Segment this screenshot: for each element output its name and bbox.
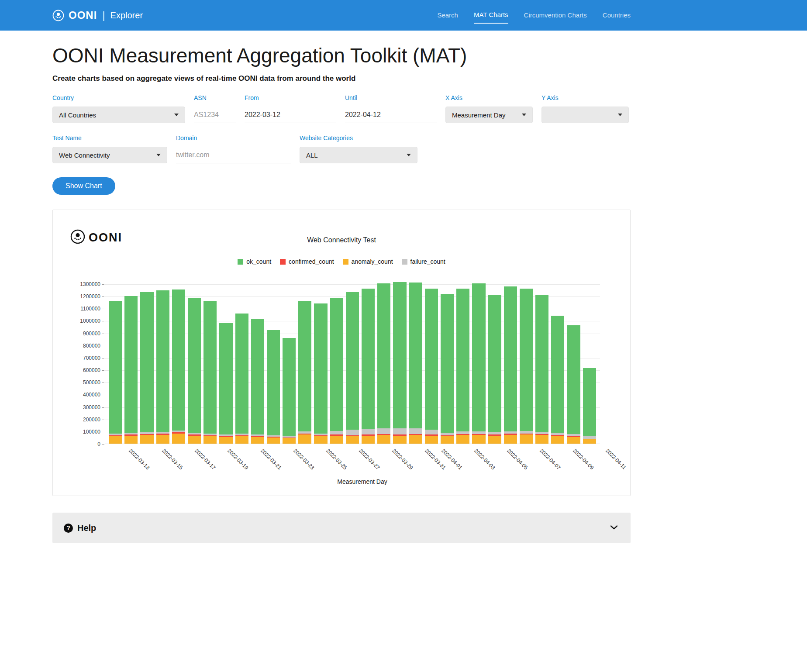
bar-2022-04-01[interactable] [425, 289, 438, 444]
until-date-input[interactable] [345, 107, 437, 123]
bar-2022-03-29[interactable] [377, 283, 390, 444]
bar-2022-03-16[interactable] [172, 289, 185, 444]
bar-2022-04-08[interactable] [535, 295, 548, 444]
x-axis-select[interactable]: Measurement Day [445, 107, 533, 123]
bar-segment-anomaly_count [441, 436, 454, 444]
x-tick-cell: 2022-04-07 [536, 444, 550, 478]
navbar: OONI | Explorer Search MAT Charts Circum… [0, 0, 807, 31]
bar-2022-04-02[interactable] [441, 294, 454, 444]
test-name-field: Test Name Web Connectivity [52, 134, 167, 163]
bar-2022-04-07[interactable] [520, 289, 533, 444]
nav-link-search[interactable]: Search [437, 8, 458, 23]
ooni-logo-icon [70, 229, 85, 246]
x-tick-cell [141, 444, 155, 478]
website-categories-select[interactable]: ALL [300, 147, 417, 163]
y-tick-label: 700000 [83, 355, 100, 361]
y-tick-label: 0 [97, 441, 100, 447]
help-bar[interactable]: ? Help [52, 513, 631, 543]
x-tick-cell: 2022-04-03 [470, 444, 484, 478]
bar-2022-03-18[interactable] [203, 301, 217, 444]
y-tick-label: 300000 [83, 404, 100, 410]
bar-2022-03-15[interactable] [156, 290, 169, 444]
y-axis-select[interactable] [541, 107, 629, 123]
bar-2022-03-27[interactable] [346, 292, 359, 444]
x-tick-cell: 2022-03-23 [290, 444, 303, 478]
nav-link-countries[interactable]: Countries [603, 8, 631, 23]
x-tick-cell: 2022-03-29 [388, 444, 402, 478]
x-tick-cell: 2022-04-11 [602, 444, 616, 478]
x-tick-cell [175, 444, 189, 478]
asn-input[interactable] [194, 107, 236, 123]
y-tick-label: 600000 [83, 367, 100, 373]
bar-2022-03-14[interactable] [140, 292, 153, 444]
x-tick-cell: 2022-03-15 [158, 444, 172, 478]
legend-item-ok_count: ok_count [238, 258, 271, 265]
bar-segment-ok_count [251, 319, 264, 434]
bar-2022-04-11[interactable] [583, 368, 596, 444]
bar-segment-ok_count [314, 303, 327, 434]
bar-segment-anomaly_count [409, 435, 422, 444]
bar-2022-04-10[interactable] [567, 325, 580, 444]
y-tick-label: 100000 [83, 429, 100, 435]
nav-link-circumvention-charts[interactable]: Circumvention Charts [524, 8, 587, 23]
bar-2022-04-06[interactable] [504, 286, 517, 444]
x-tick-cell: 2022-03-31 [421, 444, 435, 478]
brand-divider: | [102, 9, 105, 21]
bar-segment-ok_count [535, 295, 548, 432]
x-tick-cell [586, 444, 600, 478]
bar-segment-failure_count [330, 431, 343, 434]
x-tick-cell [306, 444, 320, 478]
bar-segment-ok_count [188, 298, 201, 433]
test-name-select-value: Web Connectivity [59, 152, 110, 159]
legend-item-confirmed_count: confirmed_count [280, 258, 334, 265]
bar-segment-failure_count [393, 428, 406, 434]
x-tick-cell [487, 444, 501, 478]
from-field: From [245, 94, 336, 123]
bar-segment-failure_count [425, 430, 438, 434]
domain-input[interactable] [176, 147, 291, 163]
country-select[interactable]: All Countries [52, 107, 185, 123]
bar-2022-04-05[interactable] [488, 295, 501, 444]
country-field: Country All Countries [52, 94, 185, 123]
bar-2022-03-25[interactable] [314, 303, 327, 444]
from-date-input[interactable] [245, 107, 336, 123]
bar-2022-04-03[interactable] [456, 289, 469, 444]
country-select-value: All Countries [59, 111, 96, 119]
bar-2022-03-24[interactable] [298, 301, 311, 444]
nav-link-mat-charts[interactable]: MAT Charts [474, 7, 508, 24]
bar-2022-03-12[interactable] [109, 301, 122, 444]
chevron-down-icon [618, 114, 622, 116]
bar-2022-03-22[interactable] [267, 330, 280, 444]
bar-2022-03-13[interactable] [124, 296, 138, 444]
bar-2022-03-17[interactable] [188, 298, 201, 444]
x-tick-cell: 2022-03-25 [322, 444, 336, 478]
chart-x-axis-title: Measurement Day [105, 478, 620, 489]
bar-2022-03-30[interactable] [393, 282, 406, 444]
bar-2022-03-23[interactable] [283, 338, 296, 444]
bar-2022-03-26[interactable] [330, 298, 343, 444]
bar-2022-03-28[interactable] [362, 289, 375, 444]
bar-2022-03-19[interactable] [219, 323, 232, 444]
chart-title: Web Connectivity Test [63, 219, 620, 244]
bar-segment-ok_count [377, 283, 390, 428]
bar-2022-03-31[interactable] [409, 283, 422, 444]
bar-2022-03-21[interactable] [251, 319, 264, 444]
x-tick-cell [240, 444, 254, 478]
test-name-select[interactable]: Web Connectivity [52, 147, 167, 163]
x-tick-cell [520, 444, 534, 478]
bar-segment-anomaly_count [140, 435, 153, 444]
bar-segment-ok_count [504, 286, 517, 431]
chart-x-axis: 2022-03-132022-03-152022-03-172022-03-19… [63, 444, 620, 478]
form-row-1: Country All Countries ASN From Until X A… [52, 94, 631, 123]
bar-segment-ok_count [346, 292, 359, 430]
country-label: Country [52, 94, 185, 101]
chevron-down-icon[interactable] [609, 522, 619, 534]
bar-2022-03-20[interactable] [235, 314, 248, 444]
show-chart-button[interactable]: Show Chart [52, 177, 115, 195]
x-tick-cell [207, 444, 221, 478]
brand[interactable]: OONI | Explorer [52, 9, 143, 21]
bar-2022-04-04[interactable] [472, 283, 485, 444]
x-tick-cell [372, 444, 386, 478]
bar-2022-04-09[interactable] [551, 316, 564, 444]
x-tick-cell [109, 444, 123, 478]
